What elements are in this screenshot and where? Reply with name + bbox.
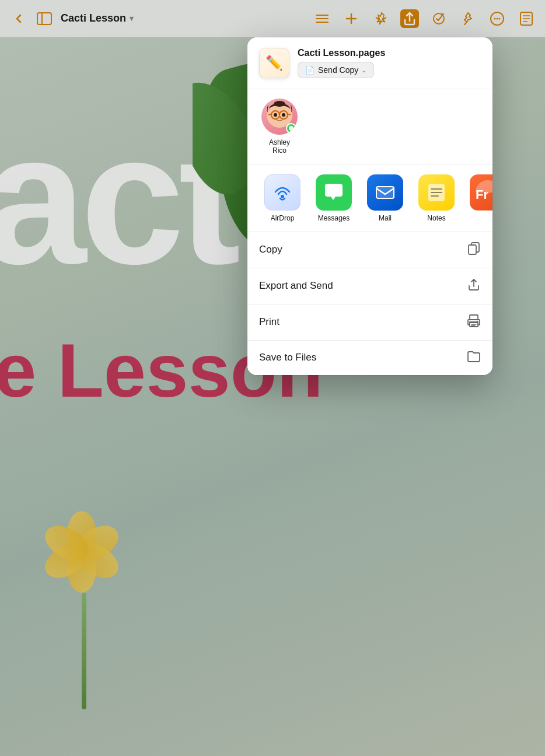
- save-to-files-action[interactable]: Save to Files: [247, 341, 492, 375]
- svg-point-22: [282, 113, 285, 117]
- airdrop-label: AirDrop: [271, 214, 295, 222]
- export-send-action[interactable]: Export and Send: [247, 268, 492, 304]
- print-label: Print: [259, 316, 280, 328]
- airdrop-icon: [264, 174, 301, 211]
- recent-contacts: AshleyRico: [247, 89, 492, 165]
- svg-text:Fr: Fr: [476, 187, 488, 202]
- export-send-label: Export and Send: [259, 280, 333, 292]
- share-sheet: ✏️ Cacti Lesson.pages 📄 Send Copy ⌄: [247, 37, 492, 375]
- contact-badge-inner: [289, 126, 294, 131]
- notes-icon: [418, 174, 455, 211]
- svg-rect-34: [470, 315, 478, 320]
- messages-icon: [316, 174, 352, 211]
- contact-name-ashley: AshleyRico: [269, 138, 290, 155]
- export-icon: [467, 278, 481, 295]
- chevron-down-icon: ⌄: [362, 67, 366, 74]
- svg-point-23: [274, 101, 285, 107]
- send-copy-button[interactable]: 📄 Send Copy ⌄: [298, 62, 374, 78]
- messages-label: Messages: [318, 214, 350, 222]
- fr-icon: Fr: [470, 174, 492, 211]
- contact-item-ashley[interactable]: AshleyRico: [259, 99, 300, 155]
- print-icon: [467, 314, 481, 331]
- app-item-messages[interactable]: Messages: [310, 174, 357, 222]
- file-icon: ✏️: [259, 48, 289, 78]
- action-list: Copy Export and Send Print: [247, 232, 492, 375]
- mail-label: Mail: [379, 214, 392, 222]
- notes-label: Notes: [427, 214, 445, 222]
- copy-action[interactable]: Copy: [247, 232, 492, 268]
- pages-pencil-icon: ✏️: [265, 55, 283, 71]
- save-to-files-label: Save to Files: [259, 352, 316, 363]
- app-row: AirDrop Messages Mail: [247, 165, 492, 232]
- print-action[interactable]: Print: [247, 304, 492, 341]
- mail-icon: [367, 174, 403, 211]
- file-info: Cacti Lesson.pages 📄 Send Copy ⌄: [298, 48, 481, 78]
- file-name: Cacti Lesson.pages: [298, 48, 481, 58]
- copy-label: Copy: [259, 244, 282, 256]
- app-item-airdrop[interactable]: AirDrop: [259, 174, 306, 222]
- app-item-mail[interactable]: Mail: [362, 174, 408, 222]
- app-item-notes[interactable]: Notes: [413, 174, 460, 222]
- contact-badge: [286, 123, 296, 134]
- svg-point-24: [281, 195, 284, 198]
- copy-icon: [467, 242, 481, 258]
- svg-rect-25: [376, 187, 394, 198]
- app-item-fr[interactable]: Fr: [464, 174, 492, 222]
- svg-rect-33: [469, 245, 476, 254]
- folder-icon: [467, 350, 481, 366]
- pages-doc-icon: 📄: [305, 66, 315, 75]
- svg-point-21: [274, 113, 277, 117]
- svg-point-38: [477, 321, 478, 322]
- share-file-header: ✏️ Cacti Lesson.pages 📄 Send Copy ⌄: [247, 37, 492, 89]
- contact-avatar-ashley: [261, 99, 298, 135]
- send-copy-label: Send Copy: [318, 65, 358, 75]
